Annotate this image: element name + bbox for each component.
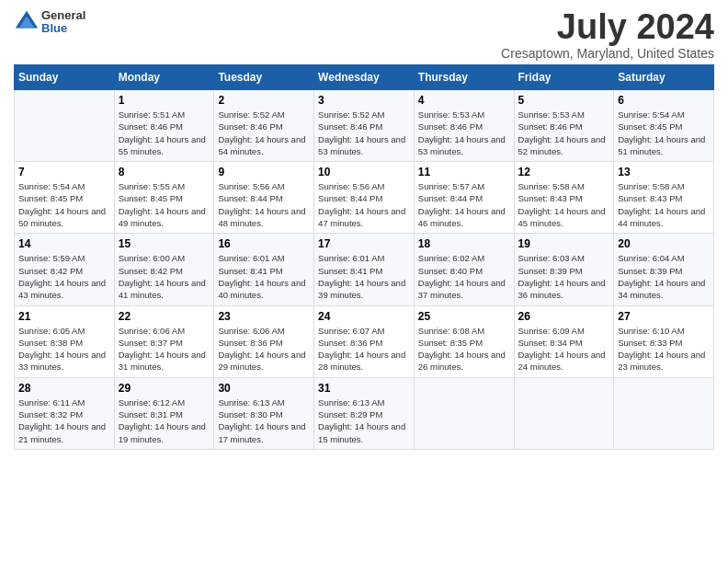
header: General Blue July 2024 Cresaptown, Maryl… — [14, 9, 714, 61]
day-number: 6 — [618, 94, 710, 107]
day-detail: Sunrise: 6:00 AMSunset: 8:42 PMDaylight:… — [119, 252, 210, 301]
day-detail: Sunrise: 6:13 AMSunset: 8:29 PMDaylight:… — [318, 396, 410, 445]
calendar-cell: 20Sunrise: 6:04 AMSunset: 8:39 PMDayligh… — [614, 234, 714, 305]
calendar-cell: 8Sunrise: 5:55 AMSunset: 8:45 PMDaylight… — [114, 162, 214, 234]
day-number: 9 — [218, 166, 310, 178]
day-detail: Sunrise: 5:53 AMSunset: 8:46 PMDaylight:… — [418, 109, 510, 157]
day-detail: Sunrise: 6:02 AMSunset: 8:40 PMDaylight:… — [418, 252, 510, 301]
day-number: 22 — [119, 310, 210, 323]
day-detail: Sunrise: 6:01 AMSunset: 8:41 PMDaylight:… — [218, 252, 310, 301]
calendar-cell: 27Sunrise: 6:10 AMSunset: 8:33 PMDayligh… — [614, 305, 714, 377]
day-number: 26 — [518, 310, 610, 323]
calendar-cell: 31Sunrise: 6:13 AMSunset: 8:29 PMDayligh… — [314, 377, 415, 449]
logo-icon — [14, 9, 40, 35]
title-block: July 2024 Cresaptown, Maryland, United S… — [501, 9, 714, 61]
day-number: 8 — [119, 166, 210, 178]
day-number: 25 — [418, 310, 510, 323]
calendar-cell: 19Sunrise: 6:03 AMSunset: 8:39 PMDayligh… — [514, 234, 614, 305]
day-number: 5 — [518, 94, 610, 107]
day-number: 7 — [18, 166, 110, 178]
day-number: 3 — [318, 94, 410, 107]
calendar-cell: 17Sunrise: 6:01 AMSunset: 8:41 PMDayligh… — [314, 234, 415, 305]
day-detail: Sunrise: 6:12 AMSunset: 8:31 PMDaylight:… — [119, 396, 210, 445]
calendar-cell: 26Sunrise: 6:09 AMSunset: 8:34 PMDayligh… — [514, 305, 614, 377]
location-title: Cresaptown, Maryland, United States — [501, 46, 714, 61]
day-detail: Sunrise: 5:53 AMSunset: 8:46 PMDaylight:… — [518, 109, 610, 157]
weekday-header-friday: Friday — [514, 65, 614, 90]
day-detail: Sunrise: 6:13 AMSunset: 8:30 PMDaylight:… — [218, 396, 310, 445]
day-number: 17 — [318, 237, 410, 250]
calendar-cell: 14Sunrise: 5:59 AMSunset: 8:42 PMDayligh… — [15, 234, 115, 305]
day-detail: Sunrise: 6:03 AMSunset: 8:39 PMDaylight:… — [518, 252, 610, 301]
day-detail: Sunrise: 5:52 AMSunset: 8:46 PMDaylight:… — [318, 109, 410, 157]
calendar-cell: 1Sunrise: 5:51 AMSunset: 8:46 PMDaylight… — [114, 90, 214, 162]
calendar-cell: 25Sunrise: 6:08 AMSunset: 8:35 PMDayligh… — [414, 305, 514, 377]
calendar-cell: 16Sunrise: 6:01 AMSunset: 8:41 PMDayligh… — [214, 234, 314, 305]
weekday-header-sunday: Sunday — [15, 65, 115, 90]
day-detail: Sunrise: 6:06 AMSunset: 8:36 PMDaylight:… — [218, 325, 310, 373]
calendar-cell: 9Sunrise: 5:56 AMSunset: 8:44 PMDaylight… — [214, 162, 314, 234]
calendar-cell — [15, 90, 115, 162]
calendar-cell: 15Sunrise: 6:00 AMSunset: 8:42 PMDayligh… — [114, 234, 214, 305]
calendar-cell: 6Sunrise: 5:54 AMSunset: 8:45 PMDaylight… — [614, 90, 714, 162]
calendar-cell: 4Sunrise: 5:53 AMSunset: 8:46 PMDaylight… — [414, 90, 514, 162]
calendar-cell: 21Sunrise: 6:05 AMSunset: 8:38 PMDayligh… — [15, 305, 115, 377]
day-detail: Sunrise: 6:01 AMSunset: 8:41 PMDaylight:… — [318, 252, 410, 301]
calendar-cell: 2Sunrise: 5:52 AMSunset: 8:46 PMDaylight… — [214, 90, 314, 162]
week-row-5: 28Sunrise: 6:11 AMSunset: 8:32 PMDayligh… — [15, 377, 714, 449]
weekday-header-row: SundayMondayTuesdayWednesdayThursdayFrid… — [15, 65, 714, 90]
day-detail: Sunrise: 6:08 AMSunset: 8:35 PMDaylight:… — [418, 325, 510, 373]
day-number: 28 — [18, 382, 110, 395]
day-detail: Sunrise: 5:55 AMSunset: 8:45 PMDaylight:… — [119, 180, 210, 229]
week-row-2: 7Sunrise: 5:54 AMSunset: 8:45 PMDaylight… — [15, 162, 714, 234]
weekday-header-wednesday: Wednesday — [314, 65, 415, 90]
day-detail: Sunrise: 5:51 AMSunset: 8:46 PMDaylight:… — [119, 109, 210, 157]
day-number: 16 — [218, 237, 310, 250]
day-detail: Sunrise: 6:05 AMSunset: 8:38 PMDaylight:… — [18, 325, 110, 373]
day-detail: Sunrise: 6:06 AMSunset: 8:37 PMDaylight:… — [119, 325, 210, 373]
day-number: 29 — [119, 382, 210, 395]
day-number: 24 — [318, 310, 410, 323]
day-number: 14 — [18, 237, 110, 250]
day-detail: Sunrise: 5:59 AMSunset: 8:42 PMDaylight:… — [18, 252, 110, 301]
calendar-cell: 29Sunrise: 6:12 AMSunset: 8:31 PMDayligh… — [114, 377, 214, 449]
day-number: 18 — [418, 237, 510, 250]
day-number: 13 — [618, 166, 710, 178]
day-detail: Sunrise: 5:58 AMSunset: 8:43 PMDaylight:… — [518, 180, 610, 229]
main-container: General Blue July 2024 Cresaptown, Maryl… — [0, 0, 728, 459]
calendar-cell: 24Sunrise: 6:07 AMSunset: 8:36 PMDayligh… — [314, 305, 415, 377]
weekday-header-tuesday: Tuesday — [214, 65, 314, 90]
calendar-cell: 3Sunrise: 5:52 AMSunset: 8:46 PMDaylight… — [314, 90, 415, 162]
logo: General Blue — [14, 9, 85, 36]
calendar-cell: 28Sunrise: 6:11 AMSunset: 8:32 PMDayligh… — [15, 377, 115, 449]
day-detail: Sunrise: 5:54 AMSunset: 8:45 PMDaylight:… — [618, 109, 710, 157]
weekday-header-monday: Monday — [114, 65, 214, 90]
weekday-header-saturday: Saturday — [614, 65, 714, 90]
day-number: 11 — [418, 166, 510, 178]
day-number: 20 — [618, 237, 710, 250]
day-number: 30 — [218, 382, 310, 395]
day-number: 31 — [318, 382, 410, 395]
day-detail: Sunrise: 6:04 AMSunset: 8:39 PMDaylight:… — [618, 252, 710, 301]
calendar-cell: 7Sunrise: 5:54 AMSunset: 8:45 PMDaylight… — [15, 162, 115, 234]
calendar-cell: 30Sunrise: 6:13 AMSunset: 8:30 PMDayligh… — [214, 377, 314, 449]
logo-general-text: General — [41, 9, 85, 22]
day-detail: Sunrise: 6:11 AMSunset: 8:32 PMDaylight:… — [18, 396, 110, 445]
day-number: 27 — [618, 310, 710, 323]
calendar-cell: 13Sunrise: 5:58 AMSunset: 8:43 PMDayligh… — [614, 162, 714, 234]
day-number: 10 — [318, 166, 410, 178]
calendar-cell: 11Sunrise: 5:57 AMSunset: 8:44 PMDayligh… — [414, 162, 514, 234]
logo-text: General Blue — [41, 9, 85, 36]
day-number: 2 — [218, 94, 310, 107]
day-detail: Sunrise: 5:56 AMSunset: 8:44 PMDaylight:… — [218, 180, 310, 229]
month-title: July 2024 — [501, 9, 714, 44]
week-row-4: 21Sunrise: 6:05 AMSunset: 8:38 PMDayligh… — [15, 305, 714, 377]
day-detail: Sunrise: 5:54 AMSunset: 8:45 PMDaylight:… — [18, 180, 110, 229]
day-detail: Sunrise: 6:10 AMSunset: 8:33 PMDaylight:… — [618, 325, 710, 373]
calendar-cell: 5Sunrise: 5:53 AMSunset: 8:46 PMDaylight… — [514, 90, 614, 162]
week-row-3: 14Sunrise: 5:59 AMSunset: 8:42 PMDayligh… — [15, 234, 714, 305]
day-number: 1 — [119, 94, 210, 107]
calendar-cell: 18Sunrise: 6:02 AMSunset: 8:40 PMDayligh… — [414, 234, 514, 305]
day-number: 23 — [218, 310, 310, 323]
logo-blue-text: Blue — [41, 22, 85, 35]
